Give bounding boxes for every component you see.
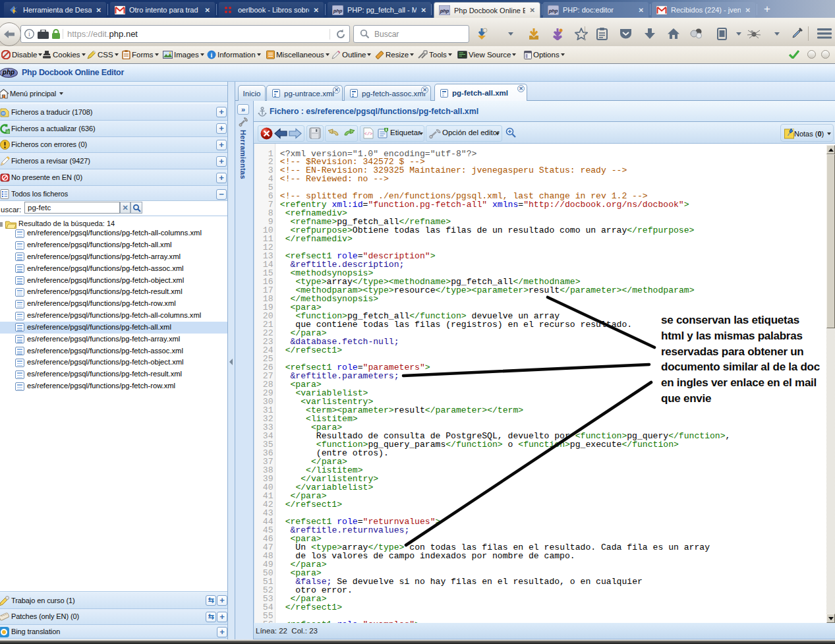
svg-text:</>: </>: [364, 131, 373, 136]
svg-text:php: php: [333, 8, 343, 14]
svg-text:php: php: [548, 8, 558, 14]
svg-text:i: i: [28, 30, 30, 38]
svg-text:i: i: [211, 51, 213, 59]
svg-text:php: php: [440, 8, 449, 14]
